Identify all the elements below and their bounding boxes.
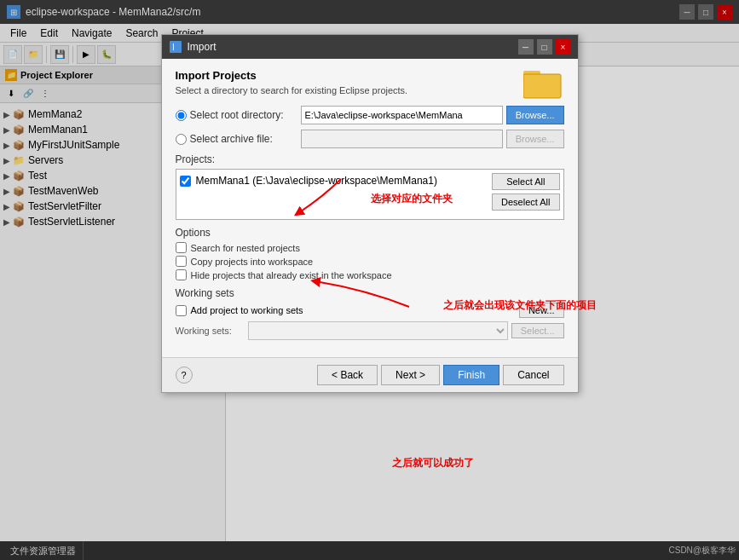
svg-rect-2 (523, 74, 561, 98)
cancel-btn[interactable]: Cancel (503, 365, 563, 385)
options-section: Options Search for nested projects Copy … (176, 227, 564, 280)
project-item-label: MemMana1 (E:\Java\eclipse-workspace\MemM… (196, 175, 437, 187)
projects-list-buttons: Select All Deselect All (488, 170, 563, 219)
taskbar-item-files[interactable]: 文件资源管理器 (3, 541, 84, 560)
taskbar-right: CSDN@极客李华 (669, 545, 736, 557)
dialog-title-bar: I Import ─ □ × (162, 35, 578, 59)
select-working-set-btn: Select... (511, 323, 564, 338)
archive-file-row: Select archive file: Browse... (176, 130, 564, 148)
option-row-2: Copy projects into workspace (176, 256, 564, 267)
import-dialog: I Import ─ □ × (161, 34, 579, 393)
finish-btn[interactable]: Finish (443, 365, 499, 385)
browse-archive-btn: Browse... (506, 130, 564, 148)
option-nested-label: Search for nested projects (191, 243, 300, 253)
svg-text:I: I (172, 43, 175, 52)
root-dir-input[interactable] (301, 106, 503, 124)
option-nested-checkbox[interactable] (176, 242, 187, 253)
option-row-1: Search for nested projects (176, 242, 564, 253)
option-row-3: Hide projects that already exist in the … (176, 269, 564, 280)
ide-window: ⊞ eclipse-workspace - MemMana2/src/m ─ □… (0, 0, 739, 560)
working-sets-row: Add project to working sets New... (176, 303, 564, 318)
dialog-section-title: Import Projects (176, 69, 564, 82)
working-sets-label: Working sets: (176, 326, 248, 336)
select-all-btn[interactable]: Select All (492, 173, 559, 190)
project-item-memmana1: MemMana1 (E:\Java\eclipse-workspace\MemM… (180, 173, 486, 188)
options-title: Options (176, 227, 564, 239)
dialog-close-btn[interactable]: × (556, 39, 571, 55)
back-btn[interactable]: < Back (317, 365, 378, 385)
browse-dir-btn[interactable]: Browse... (506, 106, 564, 124)
root-dir-row: Select root directory: Browse... (176, 106, 564, 124)
working-sets-checkbox[interactable] (176, 305, 187, 316)
root-dir-radio[interactable] (176, 110, 187, 121)
help-btn[interactable]: ? (176, 367, 193, 384)
project-checkbox[interactable] (180, 176, 191, 187)
dialog-footer: ? < Back Next > Finish Cancel (162, 357, 578, 392)
projects-list-content: MemMana1 (E:\Java\eclipse-workspace\MemM… (176, 170, 489, 219)
next-btn[interactable]: Next > (381, 365, 440, 385)
dialog-min-btn[interactable]: ─ (518, 39, 534, 55)
dialog-max-btn[interactable]: □ (537, 39, 552, 55)
dialog-overlay: I Import ─ □ × (0, 0, 739, 560)
root-dir-label: Select root directory: (190, 109, 301, 121)
option-copy-label: Copy projects into workspace (191, 257, 314, 267)
archive-file-label: Select archive file: (190, 133, 301, 145)
option-copy-checkbox[interactable] (176, 256, 187, 267)
projects-label: Projects: (176, 153, 564, 165)
working-sets-title: Working sets (176, 287, 564, 299)
working-sets-section: Working sets Add project to working sets… (176, 287, 564, 340)
archive-file-radio[interactable] (176, 134, 187, 145)
add-to-ws-label: Add project to working sets (191, 305, 519, 315)
dialog-body: Import Projects Select a directory to se… (162, 59, 578, 357)
option-hide-label: Hide projects that already exist in the … (191, 270, 392, 280)
dialog-title: Import (188, 41, 518, 53)
archive-file-input[interactable] (301, 130, 503, 148)
option-hide-checkbox[interactable] (176, 269, 187, 280)
dialog-icon: I (169, 40, 182, 54)
taskbar-item-label: 文件资源管理器 (10, 545, 76, 557)
working-sets-combo-row: Working sets: Select... (176, 321, 564, 340)
deselect-all-btn[interactable]: Deselect All (492, 193, 559, 211)
dialog-subtitle: Select a directory to search for existin… (176, 85, 564, 95)
projects-list: MemMana1 (E:\Java\eclipse-workspace\MemM… (176, 169, 564, 220)
new-working-set-btn[interactable]: New... (519, 303, 564, 318)
working-sets-combo[interactable] (248, 321, 508, 340)
taskbar: 文件资源管理器 CSDN@极客李华 (0, 541, 739, 560)
